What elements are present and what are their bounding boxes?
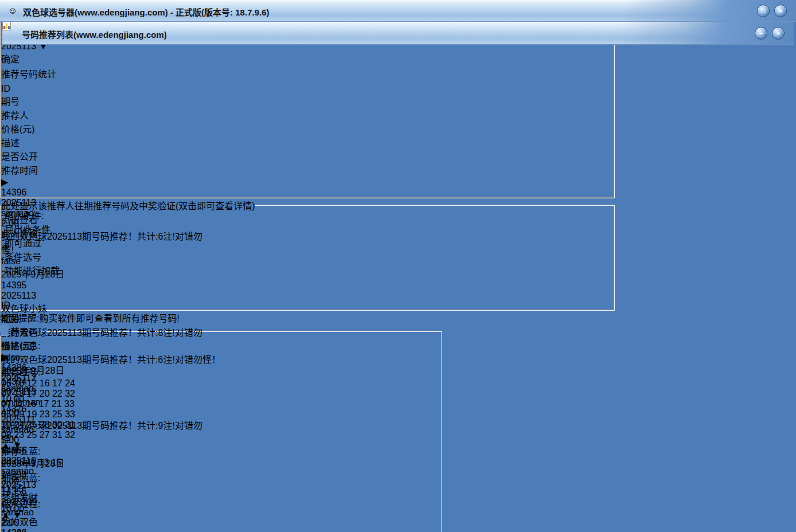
condition-label-line: 即可通过	[5, 236, 60, 249]
column-header[interactable]: ID	[1, 84, 28, 94]
main-window-title: 双色球选号器(www.edengjiang.com) - 正式版(版本号: 18…	[23, 6, 270, 18]
red-numbers-textarea[interactable]: 06 10 12 16 17 2407 13 17 20 22 3207 11 …	[1, 378, 392, 444]
list-window-body: 专家号码推荐 专家战绩对比 最新一期推荐号码(双击即可查看详情, 单击即可查看该…	[0, 0, 796, 324]
desc-label: 描述信息:	[1, 341, 40, 351]
shrink-condition-label: 缩水条件: 导出此条件, 即可通过 条件选号 功能进行加载	[5, 208, 60, 277]
red-numbers-label: 推荐红号:	[1, 367, 40, 377]
list-window-title: 号码推荐列表(www.edengjiang.com)	[22, 28, 167, 40]
close-button[interactable]: ×	[774, 5, 787, 17]
shrink-process-scrollbar[interactable]: ▲ ▼	[1, 510, 379, 521]
column-header[interactable]: 价格(元)	[1, 122, 60, 135]
cell-id[interactable]: 14396	[1, 187, 28, 198]
condition-label-line: 功能进行加载	[5, 263, 60, 277]
main-window: ☺ 双色球选号器(www.edengjiang.com) - 正式版(版本号: …	[0, 0, 796, 532]
recommend-number-group: 推荐号码 描述信息: 我的双色球2025113期号码推荐！共计:6注!对错勿怪！…	[0, 324, 442, 532]
five-blue-label: 推荐五蓝:	[1, 447, 40, 456]
grid-header: ID期号推荐人价格(元)描述是否公开推荐时间	[1, 84, 553, 177]
two-blue-input[interactable]: 11 15	[1, 484, 392, 496]
cell-id[interactable]: 14346	[1, 528, 31, 532]
smiley-app-icon: ☺	[8, 6, 18, 16]
shrink-process-textarea[interactable]: ▲ ▼	[1, 510, 392, 532]
red-number-line: 06 10 12 16 17 24	[1, 378, 379, 389]
red-number-line: 07 13 17 20 22 32	[1, 389, 379, 399]
main-titlebar: ☺ 双色球选号器(www.edengjiang.com) - 正式版(版本号: …	[0, 0, 796, 22]
minimize-button[interactable]: –	[755, 27, 767, 40]
condition-label-line: 条件选号	[5, 249, 60, 263]
maximize-button[interactable]: □	[757, 5, 770, 17]
dialog-titlebar: 推荐号码(www.edengjiang.com) – ×	[0, 324, 9, 336]
close-button[interactable]: ×	[0, 328, 1, 336]
column-header[interactable]: 推荐时间	[1, 163, 65, 177]
scroll-down-icon[interactable]: ▼	[13, 510, 22, 520]
list-window-titlebar: 号码推荐列表(www.edengjiang.com) – ×	[2, 22, 794, 45]
column-header[interactable]: 期号	[1, 94, 56, 108]
list-window-icon	[2, 22, 11, 30]
desc-input[interactable]: 我的双色球2025113期号码推荐！共计:6注!对错勿怪！	[1, 352, 392, 365]
red-number-line: 07 11 16 17 21 33	[1, 399, 379, 409]
red-numbers-scrollbar[interactable]: ▲ ▼	[1, 440, 379, 451]
history-group: 此处显示该推荐人往期推荐号码及中奖验证(双击即可查看详情) 点击查看此人准确率 …	[0, 198, 615, 311]
close-button[interactable]: ×	[772, 27, 785, 40]
column-header[interactable]: 推荐人	[1, 108, 60, 122]
dialog-icon	[0, 324, 9, 333]
scroll-up-icon[interactable]: ▲	[1, 510, 10, 520]
condition-label-line: 缩水条件:	[5, 208, 60, 222]
condition-label-line: 导出此条件,	[5, 222, 60, 236]
confirm-button[interactable]: 确定	[1, 54, 41, 66]
column-header[interactable]: 描述	[1, 135, 217, 149]
shrink-process-label: 缩水过程:	[1, 499, 40, 509]
column-header[interactable]: 是否公开	[1, 149, 52, 163]
purchase-notice: 特别提醒:购买软件即可查看到所有推荐号码!	[0, 311, 796, 324]
cell-id[interactable]: 14395	[1, 280, 28, 291]
stats-button[interactable]: 推荐号码统计	[1, 66, 81, 84]
desc-selected-text: 我的双色球2025113期号码推荐！共计:6注!对错勿怪！	[1, 355, 221, 365]
two-blue-label: 推荐两蓝:	[1, 473, 40, 483]
row-indicator: ▶	[1, 177, 22, 187]
